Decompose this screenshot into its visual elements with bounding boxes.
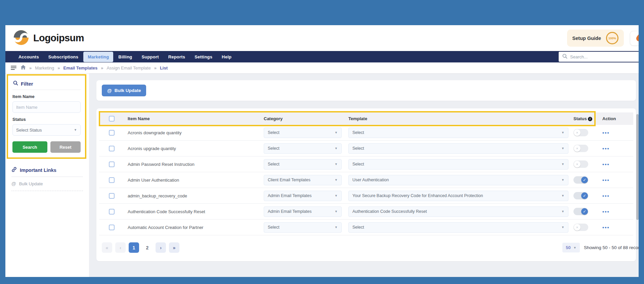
nav-item-settings[interactable]: Settings — [190, 52, 217, 62]
status-label: Status — [12, 117, 81, 122]
nav-item-help[interactable]: Help — [217, 52, 236, 62]
template-select[interactable]: Authentication Code Successfully Reset ▼ — [348, 206, 568, 217]
nav-item-marketing[interactable]: Marketing — [83, 52, 113, 62]
row-actions-menu[interactable]: ••• — [602, 225, 610, 230]
category-select-value: Client Email Templates — [268, 178, 310, 182]
row-actions-menu[interactable]: ••• — [602, 209, 610, 215]
category-select[interactable]: Select ▼ — [264, 128, 342, 138]
status-toggle[interactable]: × — [573, 145, 588, 152]
row-actions-menu[interactable]: ••• — [602, 130, 610, 136]
table-row: Admin Password Reset Instruction Select … — [99, 156, 633, 172]
logo-icon — [13, 30, 29, 47]
status-toggle[interactable]: × — [573, 129, 588, 136]
chevron-down-icon: ▼ — [561, 147, 564, 150]
status-select[interactable]: Select Status ▼ — [12, 124, 81, 136]
row-checkbox[interactable] — [109, 161, 115, 167]
important-links-section: Important Links @ Bulk Update — [11, 167, 83, 191]
category-select[interactable]: Admin Email Templates ▼ — [264, 191, 342, 201]
chevron-down-icon: ▼ — [561, 178, 564, 182]
nav-item-label: Accounts — [18, 54, 39, 59]
top-header: Logoipsum Setup Guide 100% — [5, 25, 639, 51]
row-checkbox[interactable] — [109, 177, 115, 183]
chevron-down-icon: ▼ — [561, 210, 564, 213]
category-select[interactable]: Select ▼ — [264, 143, 342, 154]
info-icon[interactable]: i — [588, 117, 592, 121]
sidebar-toggle-icon[interactable] — [11, 66, 17, 70]
row-actions-menu[interactable]: ••• — [602, 193, 610, 199]
status-select-value: Select Status — [16, 128, 42, 133]
row-checkbox[interactable] — [109, 130, 115, 136]
row-checkbox[interactable] — [109, 209, 115, 215]
breadcrumb-item[interactable]: List — [160, 65, 168, 70]
select-all-checkbox[interactable] — [109, 116, 115, 122]
whats-new-button[interactable] — [630, 31, 639, 46]
category-select[interactable]: Select ▼ — [264, 222, 342, 233]
global-search — [559, 52, 639, 62]
chevron-down-icon: ▼ — [561, 226, 564, 229]
status-toggle[interactable]: ✓ — [573, 192, 588, 199]
nav-item-support[interactable]: Support — [137, 52, 163, 62]
item-name-input[interactable] — [12, 101, 81, 113]
brand-name: Logoipsum — [33, 33, 84, 44]
pagination-page-2[interactable]: 2 — [142, 242, 153, 253]
page-size-select[interactable]: 50 ▼ — [562, 243, 580, 252]
home-icon[interactable] — [20, 65, 26, 71]
pagination-prev-button[interactable]: ‹ — [115, 242, 126, 253]
brand-logo[interactable]: Logoipsum — [13, 30, 84, 47]
reset-button[interactable]: Reset — [50, 141, 81, 153]
bulk-update-card: @ Bulk Update — [96, 80, 636, 101]
link-chain-icon — [11, 167, 17, 173]
bulk-update-button[interactable]: @ Bulk Update — [102, 85, 146, 96]
nav-item-billing[interactable]: Billing — [114, 52, 136, 62]
column-category: Category — [264, 116, 348, 121]
pagination-next-button[interactable]: › — [156, 242, 166, 253]
category-select-value: Select — [268, 146, 280, 151]
status-toggle[interactable]: × — [573, 224, 588, 231]
template-select[interactable]: User Authentication ▼ — [348, 175, 568, 185]
breadcrumb-separator: » — [57, 65, 60, 70]
page-size-value: 50 — [566, 245, 570, 250]
template-select[interactable]: Select ▼ — [348, 143, 568, 154]
breadcrumb-separator: » — [101, 65, 103, 70]
pagination-first-button[interactable]: « — [102, 242, 112, 253]
setup-guide-button[interactable]: Setup Guide 100% — [567, 30, 624, 47]
row-checkbox[interactable] — [109, 193, 115, 199]
status-toggle[interactable]: ✓ — [573, 176, 588, 184]
category-select[interactable]: Client Email Templates ▼ — [264, 175, 342, 185]
chevron-down-icon: ▼ — [335, 147, 338, 150]
row-item-name: Automatic Account Creation for Partner — [124, 225, 264, 230]
category-select[interactable]: Admin Email Templates ▼ — [264, 206, 342, 217]
nav-item-label: Marketing — [88, 54, 109, 59]
row-actions-menu[interactable]: ••• — [602, 161, 610, 167]
status-toggle[interactable]: × — [573, 160, 588, 168]
row-actions-menu[interactable]: ••• — [602, 146, 610, 151]
row-checkbox[interactable] — [109, 225, 115, 230]
at-icon: @ — [11, 181, 16, 186]
row-actions-menu[interactable]: ••• — [602, 177, 610, 183]
nav-item-subscriptions[interactable]: Subscriptions — [44, 52, 83, 62]
search-input[interactable] — [570, 54, 639, 59]
template-select[interactable]: Your Secure Backup Recovery Code for Enh… — [348, 191, 568, 201]
category-select[interactable]: Select ▼ — [264, 159, 342, 170]
category-select-value: Select — [268, 130, 280, 135]
template-select[interactable]: Select ▼ — [348, 222, 568, 233]
row-checkbox[interactable] — [109, 146, 115, 151]
nav-item-label: Subscriptions — [48, 54, 78, 59]
status-toggle[interactable]: ✓ — [573, 208, 588, 215]
bulk-update-button-label: Bulk Update — [115, 88, 141, 93]
search-button[interactable]: Search — [12, 141, 47, 153]
template-select[interactable]: Select ▼ — [348, 159, 568, 170]
vertical-scrollbar[interactable] — [636, 114, 639, 220]
nav-item-accounts[interactable]: Accounts — [14, 52, 43, 62]
nav-item-reports[interactable]: Reports — [164, 52, 190, 62]
category-select-value: Select — [268, 162, 280, 167]
pagination-last-button[interactable]: » — [169, 242, 179, 253]
template-select[interactable]: Select ▼ — [348, 128, 568, 138]
column-action: Action — [600, 116, 633, 121]
pagination-page-1[interactable]: 1 — [129, 242, 139, 253]
status-toggle-knob: × — [574, 161, 581, 168]
chevron-down-icon: ▼ — [335, 194, 338, 197]
breadcrumb-item[interactable]: Email Templates — [63, 65, 98, 70]
sidebar-link-bulk-update[interactable]: @ Bulk Update — [11, 177, 83, 191]
status-toggle-knob: × — [574, 129, 581, 136]
